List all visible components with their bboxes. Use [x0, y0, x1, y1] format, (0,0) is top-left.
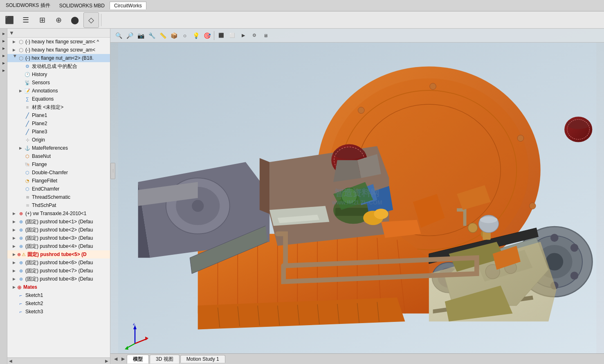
- expander-hex-flange-nut[interactable]: ▶: [11, 55, 17, 61]
- filter-input[interactable]: [16, 31, 108, 36]
- expander-pushrod4[interactable]: ▶: [11, 243, 17, 249]
- tree-item-end-chamfer[interactable]: ⬡ EndChamfer: [7, 185, 110, 193]
- toolbar-sep1: [101, 14, 101, 26]
- tree-item-material[interactable]: ≡ 材质 <未指定>: [7, 103, 110, 111]
- expander-materef[interactable]: ▶: [17, 145, 24, 151]
- tree-item-hex-flange1[interactable]: ▶ ⬡ (-) heavy hex flange screw_am< ^: [7, 38, 110, 46]
- expander-hex-flange1[interactable]: ▶: [11, 38, 17, 45]
- icon-sketch3: ⌐: [17, 308, 25, 315]
- expander-pushrod2[interactable]: ▶: [11, 227, 17, 233]
- svg-point-6: [517, 135, 524, 142]
- viewport-zoom-fit[interactable]: 🔎: [125, 31, 135, 40]
- expander-end-chamfer: [17, 186, 24, 192]
- tree-item-pushrod5[interactable]: ▶ ⊕ ⚠ 固定) pushrod tube<5> (D: [7, 250, 110, 258]
- tab-prev-btn[interactable]: ◀: [112, 355, 119, 363]
- tree-item-flange[interactable]: 🐚 Flange: [7, 160, 110, 169]
- tree-item-pushrod4[interactable]: ▶ ⊕ (固定) pushrod tube<4> (Defau: [7, 242, 110, 250]
- tree-item-sensors[interactable]: 📡 Sensors: [7, 79, 110, 87]
- toolbar-dimxpert[interactable]: ⊕: [51, 12, 66, 28]
- viewport-monitor[interactable]: 🖥: [260, 31, 270, 40]
- tree-scroll-left[interactable]: ◀: [9, 359, 12, 363]
- viewport-search[interactable]: 🔍: [114, 31, 123, 40]
- viewport-settings[interactable]: ⚙: [249, 31, 259, 40]
- tree-item-thd-sch-pat[interactable]: ≋ ThdSchPat: [7, 201, 110, 209]
- expander-pushrod5[interactable]: ▶: [11, 251, 17, 258]
- tree-scroll-right[interactable]: ▶: [105, 359, 108, 363]
- toolbar-property[interactable]: ☰: [18, 12, 34, 28]
- label-flange: Flange: [31, 162, 110, 167]
- expander-pushrod3[interactable]: ▶: [11, 235, 17, 241]
- label-pushrod4: (固定) pushrod tube<4> (Defau: [25, 243, 110, 250]
- viewport-measure[interactable]: 📏: [158, 31, 168, 40]
- toolbar-config[interactable]: ⊞: [34, 12, 50, 28]
- viewport-white[interactable]: ⬜: [227, 31, 237, 40]
- tree-item-plane2[interactable]: ╱ Plane2: [7, 119, 110, 128]
- viewport-black[interactable]: ⬛: [216, 31, 226, 40]
- tree-item-pushrod2[interactable]: ▶ ⊕ (固定) pushrod tube<2> (Defau: [7, 226, 110, 234]
- expander-pushrod6[interactable]: ▶: [11, 259, 17, 266]
- viewport-light[interactable]: 💡: [191, 31, 201, 40]
- tree-item-pushrod1[interactable]: ▶ ⊕ (固定) pushrod tube<1> (Defau: [7, 218, 110, 226]
- expander-vw-transaxle[interactable]: ▶: [11, 210, 17, 217]
- viewport-box[interactable]: 📦: [169, 31, 179, 40]
- toolbar-active[interactable]: ◇: [83, 12, 99, 28]
- tree-item-basenut[interactable]: ⬡ BaseNut: [7, 152, 110, 160]
- viewport-tool[interactable]: 🔧: [147, 31, 157, 40]
- toolbar-display[interactable]: ⬤: [67, 12, 83, 28]
- resize-handle[interactable]: ⋮: [110, 163, 115, 179]
- svg-point-5: [430, 83, 436, 90]
- expander-pushrod1[interactable]: ▶: [11, 218, 17, 225]
- menu-circuitworks[interactable]: CircuitWorks: [110, 2, 146, 9]
- tree-item-hex-flange-nut[interactable]: ▶ ⬡ (-) hex flange nut_am<2> (B18.: [7, 54, 110, 62]
- viewport-circle[interactable]: ○: [180, 31, 190, 40]
- tree-item-history[interactable]: 🕐 History: [7, 70, 110, 79]
- tree-item-pushrod8[interactable]: ▶ ⊕ (固定) pushrod tube<8> (Defau: [7, 275, 110, 283]
- icon-sensors: 📡: [24, 79, 31, 86]
- viewport-3d[interactable]: 🔍 🔎 📷 🔧 📏 📦 ○ 💡 🎯 ⬛ ⬜ ▶ ⚙ 🖥 ⋮: [110, 29, 604, 364]
- tree-item-thread-schematic[interactable]: ≋ ThreadSchematic: [7, 193, 110, 201]
- tree-item-mates[interactable]: ▶ ⊕ Mates: [7, 283, 110, 291]
- expander-annotations[interactable]: ▶: [17, 88, 24, 94]
- expander-pushrod8[interactable]: ▶: [11, 276, 17, 282]
- tree-item-materef[interactable]: ▶ ⚓ MateReferences: [7, 144, 110, 152]
- left-icon-2[interactable]: ▶: [0, 38, 7, 44]
- expander-pushrod7[interactable]: ▶: [11, 267, 17, 274]
- icon-sketch2: ⌐: [17, 300, 25, 307]
- icon-double-chamfer: ⬡: [24, 169, 31, 176]
- viewport-camera[interactable]: 📷: [136, 31, 146, 40]
- tree-item-annotations[interactable]: ▶ 📝 Annotations: [7, 87, 110, 95]
- icon-pushrod7: ⊕: [17, 267, 25, 274]
- expander-hex-flange2[interactable]: ▶: [11, 47, 17, 53]
- menu-solidworks-mbd[interactable]: SOLIDWORKS MBD: [55, 2, 109, 9]
- tree-item-sketch2[interactable]: ⌐ Sketch2: [7, 299, 110, 308]
- tree-item-hex-flange2[interactable]: ▶ ⬡ (-) heavy hex flange screw_am<: [7, 46, 110, 54]
- left-icon-4[interactable]: ▶: [0, 52, 7, 59]
- tree-item-plane1[interactable]: ╱ Plane1: [7, 111, 110, 119]
- expander-mates[interactable]: ▶: [11, 284, 17, 290]
- tree-item-sketch3[interactable]: ⌐ Sketch3: [7, 308, 110, 316]
- tree-item-pushrod6[interactable]: ▶ ⊕ (固定) pushrod tube<6> (Defau: [7, 258, 110, 267]
- tab-motion-study[interactable]: Motion Study 1: [180, 355, 225, 363]
- tree-item-pushrod3[interactable]: ▶ ⊕ (固定) pushrod tube<3> (Defau: [7, 234, 110, 242]
- left-icon-3[interactable]: ▶: [0, 45, 7, 52]
- left-icon-6[interactable]: ▶: [0, 67, 7, 74]
- tab-3d-view[interactable]: 3D 视图: [150, 355, 180, 364]
- tree-item-flange-fillet[interactable]: ◔ FlangeFillet: [7, 177, 110, 185]
- left-icon-5[interactable]: ▶: [0, 60, 7, 66]
- menu-solidworks-plugin[interactable]: SOLIDWORKS 插件: [2, 1, 54, 10]
- tab-next-btn[interactable]: ▶: [119, 355, 127, 363]
- tree-item-origin[interactable]: ⊹ Origin: [7, 136, 110, 144]
- tree-item-equations[interactable]: ∑ Equations: [7, 95, 110, 103]
- viewport-play[interactable]: ▶: [238, 31, 248, 40]
- viewport-target[interactable]: 🎯: [202, 31, 212, 40]
- tree-item-double-chamfer[interactable]: ⬡ Double-Chamfer: [7, 169, 110, 177]
- tree-item-vw-transaxle[interactable]: ▶ ⊕ (+) vw Transaxle.24-2010<1: [7, 209, 110, 218]
- expander-equations: [17, 96, 24, 102]
- toolbar-feature-manager[interactable]: ⬛: [2, 12, 17, 28]
- tree-item-sketch1[interactable]: ⌐ Sketch1: [7, 291, 110, 299]
- tree-item-plane3[interactable]: ╱ Plane3: [7, 128, 110, 136]
- tree-item-engine-assembly[interactable]: ⚙ 发动机总成 中的配合: [7, 62, 110, 70]
- tab-model[interactable]: 模型: [127, 355, 149, 364]
- left-icon-1[interactable]: ▶: [0, 30, 7, 37]
- tree-item-pushrod7[interactable]: ▶ ⊕ (固定) pushrod tube<7> (Defau: [7, 267, 110, 275]
